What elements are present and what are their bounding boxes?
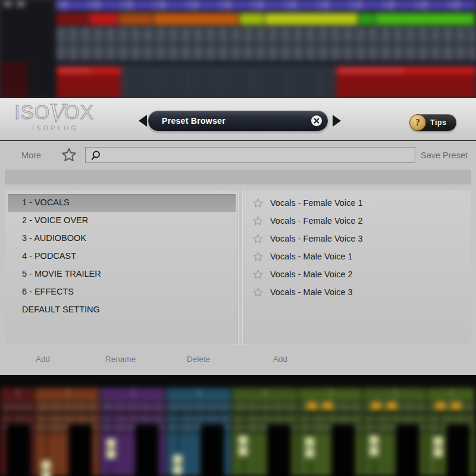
favorite-star-icon[interactable] [252,198,264,209]
favorites-filter-star-icon[interactable] [61,147,77,165]
favorite-star-icon[interactable] [252,215,264,227]
lane-divider [57,60,476,65]
gradient-clip-segment [265,13,359,25]
gradient-clip-segment [240,13,265,25]
category-item[interactable]: 6 - EFFECTS [5,283,238,301]
search-icon [90,150,101,161]
fader-cap [305,437,314,458]
channel-accent-button [307,402,317,409]
preset-list: Vocals - Female Voice 1Vocals - Female V… [243,190,471,301]
track-color-tab [0,62,27,98]
mixer-channel-strip [299,388,363,476]
mixer-channel-strip [100,388,167,476]
plugin-header: ISOVOX ISOPLUG Preset Browser ? Tips [0,98,476,141]
preset-item[interactable]: Vocals - Male Voice 2 [243,265,471,283]
favorite-star-icon[interactable] [252,287,264,298]
question-mark-icon: ? [409,114,426,131]
preset-add-button[interactable]: Add [273,355,287,364]
info-bar [5,170,471,184]
preset-browser-selector[interactable]: Preset Browser [148,111,328,131]
close-icon[interactable] [311,115,322,127]
mixer-channel-strips [0,388,476,476]
logo-subtitle: ISOPLUG [14,124,94,131]
favorite-star-icon[interactable] [252,233,264,245]
save-preset-button[interactable]: Save Preset [421,151,468,160]
mixer-top-bar [0,375,476,388]
next-page-arrow[interactable] [333,115,341,127]
level-meter [68,425,92,476]
preset-item-label: Vocals - Female Voice 1 [270,198,363,208]
mixer-channel-strip [0,388,35,476]
category-list: 1 - VOCALS2 - VOICE OVER3 - AUDIOBOOK4 -… [5,190,238,319]
logo-wordmark: ISOVOX [14,102,94,123]
level-meter [7,425,30,476]
channel-accent-button [436,402,446,409]
level-meter [201,425,224,476]
level-meter [135,425,159,476]
channel-accent-button [371,402,381,409]
preset-item-label: Vocals - Male Voice 1 [270,252,353,261]
category-item[interactable]: 2 - VOICE OVER [5,212,238,230]
gradient-clip-segment [89,13,119,25]
tips-button-label: Tips [430,114,446,131]
category-rename-button[interactable]: Rename [105,355,136,364]
preset-browser-label: Preset Browser [162,111,226,131]
fader-cap [434,437,443,457]
favorite-star-icon[interactable] [252,251,264,262]
more-button[interactable]: More [21,151,41,160]
gradient-clip-segment [375,13,476,25]
preset-item[interactable]: Vocals - Male Voice 1 [243,248,471,265]
level-meter [396,425,419,476]
timeline-ruler [57,0,476,10]
preset-item[interactable]: Vocals - Female Voice 2 [243,212,471,230]
category-item[interactable]: 5 - MOVIE TRAILER [5,265,238,283]
tips-button[interactable]: ? Tips [410,114,456,131]
isovox-logo: ISOVOX ISOPLUG [14,102,94,131]
isoplug-plugin-window: ISOVOX ISOPLUG Preset Browser ? Tips Mor… [0,98,476,375]
gradient-clip-segment [154,13,240,25]
mixer-channel-strip [232,388,299,476]
search-input[interactable] [102,148,412,162]
mixer-channel-strip [167,388,232,476]
transport-button [17,1,25,7]
preset-item[interactable]: Vocals - Male Voice 3 [243,283,471,301]
category-item[interactable]: 4 - PODCAST [5,248,238,265]
preset-item-label: Vocals - Male Voice 2 [270,270,353,279]
fader-cap [107,439,115,459]
gradient-clip-segment [359,13,375,25]
channel-accent-button [387,402,397,409]
preset-item-label: Vocals - Female Voice 2 [270,216,363,226]
gradient-clip-segment [57,13,89,25]
level-meter [331,425,355,476]
fader-cap [369,436,378,456]
category-item[interactable]: 3 - AUDIOBOOK [5,230,238,248]
screen: ISOVOX ISOPLUG Preset Browser ? Tips Mor… [0,0,476,476]
preset-item[interactable]: Vocals - Female Voice 1 [243,194,471,212]
mixer-channel-strip [363,388,427,476]
fader-cap [42,461,51,476]
fader-cap [173,455,182,475]
category-delete-button[interactable]: Delete [187,355,210,364]
category-panel: 1 - VOCALS2 - VOICE OVER3 - AUDIOBOOK4 -… [5,190,239,345]
channel-accent-button [451,402,461,409]
level-meter [446,425,470,476]
level-meter [267,425,291,476]
mixer-channel-strip [35,388,100,476]
prev-page-arrow[interactable] [139,115,147,127]
category-add-button[interactable]: Add [36,355,50,364]
logo-script-v: V [49,98,65,127]
favorite-star-icon[interactable] [252,269,264,280]
category-item[interactable]: 1 - VOCALS [8,194,236,212]
mixer-channel-strip [427,388,476,476]
tempo-gradient-clips [57,13,476,25]
transport-button [4,1,12,7]
midi-lane [57,45,476,60]
preset-item[interactable]: Vocals - Female Voice 3 [243,230,471,248]
category-item[interactable]: DEFAULT SETTING [5,301,238,319]
audio-clip [57,67,121,98]
daw-arrange-background [0,0,476,98]
audio-track-lane [57,65,476,98]
channel-accent-button [322,402,333,409]
preset-item-label: Vocals - Female Voice 3 [270,234,363,243]
audio-clip [336,67,476,98]
